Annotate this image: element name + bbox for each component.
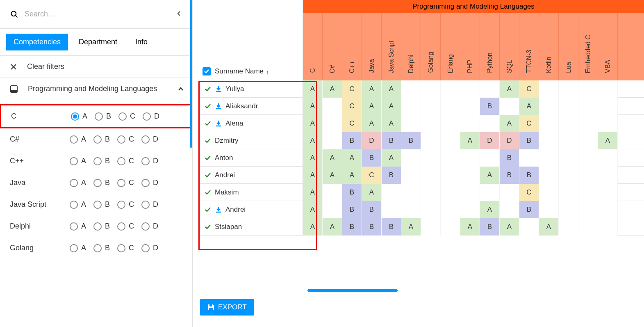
grade-cell[interactable] (323, 184, 342, 201)
filter-radio-d[interactable]: D (141, 222, 158, 231)
row-name-cell[interactable]: Dzmitry (199, 132, 303, 149)
filter-radio-c[interactable]: C (117, 200, 134, 209)
grade-cell[interactable]: C (342, 98, 362, 115)
grade-cell[interactable]: A (480, 167, 500, 184)
tab-info[interactable]: Info (128, 34, 155, 50)
filter-radio-a[interactable]: A (70, 178, 86, 187)
grade-cell[interactable] (559, 115, 578, 132)
grade-cell[interactable] (559, 132, 578, 149)
filter-radio-d[interactable]: D (141, 135, 158, 144)
grade-cell[interactable] (441, 132, 460, 149)
grade-cell[interactable]: A (460, 218, 480, 236)
grade-cell[interactable]: A (480, 201, 500, 218)
grade-cell[interactable] (500, 201, 519, 218)
grade-cell[interactable]: A (362, 115, 382, 132)
filter-radio-a[interactable]: A (70, 135, 86, 144)
grade-cell[interactable]: A (323, 167, 342, 184)
grade-cell[interactable] (421, 149, 441, 167)
grade-cell[interactable] (559, 149, 578, 167)
collapse-sidebar-button[interactable] (173, 8, 184, 20)
grade-cell[interactable] (539, 201, 559, 218)
grade-cell[interactable] (559, 218, 578, 236)
filter-radio-b[interactable]: B (93, 157, 110, 165)
grade-cell[interactable]: A (382, 80, 401, 98)
download-icon[interactable] (215, 120, 222, 127)
grade-cell[interactable] (519, 218, 539, 236)
grade-cell[interactable] (421, 98, 441, 115)
grade-cell[interactable] (598, 184, 618, 201)
grade-cell[interactable] (441, 98, 460, 115)
row-name-cell[interactable]: Anton (199, 149, 303, 166)
grade-cell[interactable] (441, 167, 460, 184)
grade-cell[interactable]: D (480, 132, 500, 149)
tab-department[interactable]: Department (71, 34, 125, 50)
filter-radio-c[interactable]: C (117, 222, 134, 231)
filter-radio-c[interactable]: C (117, 244, 134, 252)
grade-cell[interactable] (578, 201, 598, 218)
grade-cell[interactable] (559, 184, 578, 201)
grade-cell[interactable] (460, 184, 480, 201)
grade-cell[interactable]: A (362, 98, 382, 115)
filter-radio-b[interactable]: B (93, 222, 110, 231)
grade-cell[interactable]: C (519, 115, 539, 132)
grade-cell[interactable]: A (303, 98, 323, 115)
download-icon[interactable] (215, 103, 222, 110)
grade-cell[interactable]: C (362, 167, 382, 184)
name-column-header[interactable]: Surname Name ↑ (199, 0, 303, 80)
grade-cell[interactable] (401, 201, 421, 218)
grade-cell[interactable] (500, 98, 519, 115)
column-header[interactable]: TTCN-3 (519, 13, 539, 80)
grade-cell[interactable]: B (342, 218, 362, 236)
grade-cell[interactable]: B (382, 167, 401, 184)
grade-cell[interactable] (382, 184, 401, 201)
grade-cell[interactable] (460, 149, 480, 167)
grade-cell[interactable] (539, 149, 559, 167)
column-header[interactable]: Embedded C (578, 13, 598, 80)
grade-cell[interactable] (421, 115, 441, 132)
tab-competencies[interactable]: Competencies (6, 34, 68, 50)
grade-cell[interactable] (578, 80, 598, 98)
grade-cell[interactable]: B (342, 132, 362, 149)
grade-cell[interactable] (401, 98, 421, 115)
grade-cell[interactable]: D (500, 132, 519, 149)
export-button[interactable]: EXPORT (200, 299, 254, 316)
clear-filters-row[interactable]: Clear filters (0, 56, 192, 78)
grade-cell[interactable]: B (500, 167, 519, 184)
grade-cell[interactable]: B (362, 201, 382, 218)
grade-cell[interactable] (598, 149, 618, 167)
grade-cell[interactable]: C (342, 80, 362, 98)
grade-cell[interactable] (480, 115, 500, 132)
grade-cell[interactable]: A (342, 167, 362, 184)
grade-cell[interactable] (401, 184, 421, 201)
grade-cell[interactable] (539, 132, 559, 149)
column-header[interactable]: Java Script (382, 13, 401, 80)
grade-cell[interactable] (382, 201, 401, 218)
grade-cell[interactable] (421, 132, 441, 149)
grade-cell[interactable] (460, 115, 480, 132)
grade-cell[interactable] (441, 201, 460, 218)
column-header[interactable]: Erlang (441, 13, 460, 80)
grade-cell[interactable]: A (598, 132, 618, 149)
grade-cell[interactable]: A (362, 184, 382, 201)
grade-cell[interactable] (578, 115, 598, 132)
grade-cell[interactable] (598, 98, 618, 115)
grade-cell[interactable] (539, 98, 559, 115)
grade-cell[interactable]: A (303, 132, 323, 149)
grade-cell[interactable]: B (401, 132, 421, 149)
column-header[interactable]: Python (480, 13, 500, 80)
grade-cell[interactable] (519, 149, 539, 167)
grade-cell[interactable] (421, 80, 441, 98)
grade-cell[interactable]: D (362, 132, 382, 149)
grade-cell[interactable] (559, 98, 578, 115)
grade-cell[interactable]: A (342, 149, 362, 167)
grade-cell[interactable] (480, 149, 500, 167)
grade-cell[interactable]: A (500, 80, 519, 98)
grade-cell[interactable]: B (362, 218, 382, 236)
grade-cell[interactable] (578, 132, 598, 149)
grade-cell[interactable] (500, 184, 519, 201)
grade-cell[interactable]: A (303, 184, 323, 201)
filter-radio-c[interactable]: C (117, 157, 134, 165)
grade-cell[interactable] (559, 201, 578, 218)
grade-cell[interactable] (421, 218, 441, 236)
filter-radio-b[interactable]: B (93, 244, 110, 252)
